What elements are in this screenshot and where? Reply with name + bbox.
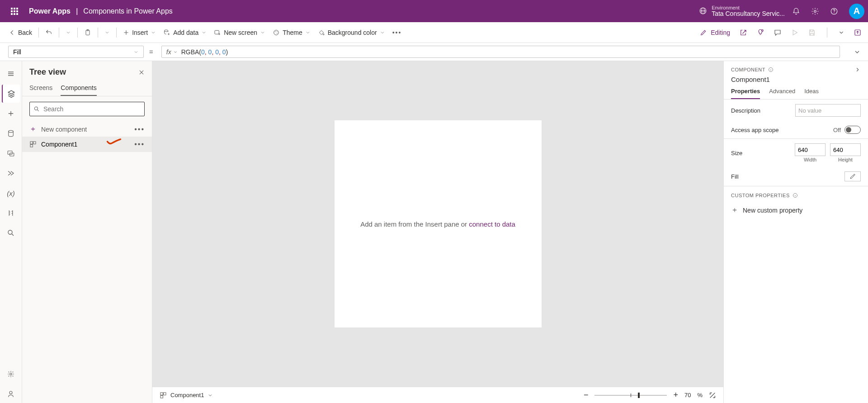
rail-data[interactable]	[2, 124, 20, 142]
access-scope-state: Off	[833, 127, 841, 133]
chevron-down-icon	[380, 30, 385, 35]
chevron-down-icon	[66, 30, 71, 35]
settings-icon[interactable]	[811, 7, 819, 15]
chevron-down-icon	[133, 49, 139, 55]
component-name: Component1	[731, 76, 861, 83]
new-component-button[interactable]: ＋ New component •••	[22, 122, 152, 137]
tab-components[interactable]: Components	[61, 81, 96, 96]
undo-button[interactable]	[42, 27, 55, 38]
height-input[interactable]	[830, 143, 861, 156]
share-icon[interactable]	[739, 28, 747, 37]
footer-component-label: Component1	[170, 392, 204, 398]
info-icon[interactable]	[768, 67, 774, 72]
database-icon	[7, 129, 15, 137]
rail-settings[interactable]	[2, 365, 20, 383]
plus-icon	[123, 29, 129, 36]
insert-button[interactable]: Insert	[120, 27, 159, 38]
canvas-viewport[interactable]: Add an item from the Insert pane or conn…	[152, 61, 723, 387]
svg-point-3	[814, 10, 816, 12]
chevron-down-icon	[854, 48, 861, 56]
tab-screens[interactable]: Screens	[29, 81, 52, 96]
formula-expand-button[interactable]	[846, 43, 868, 61]
description-label: Description	[731, 107, 791, 114]
arrow-left-icon	[9, 29, 15, 36]
overflow-button[interactable]: •••	[390, 27, 405, 38]
search-icon	[33, 106, 40, 112]
svg-point-20	[8, 230, 12, 234]
connect-data-link[interactable]: connect to data	[469, 220, 515, 228]
new-screen-button[interactable]: New screen	[211, 27, 268, 38]
publish-icon[interactable]	[854, 28, 862, 37]
app-launcher[interactable]	[4, 8, 25, 15]
tree-item-component1[interactable]: Component1 •••	[22, 137, 152, 152]
fit-to-screen-icon[interactable]	[709, 392, 716, 399]
paste-button[interactable]	[81, 27, 94, 38]
formula-text: RGBA(0, 0, 0, 0)	[181, 48, 228, 56]
rail-media[interactable]	[2, 144, 20, 162]
chevron-right-icon[interactable]	[854, 66, 861, 73]
hamburger-icon	[7, 70, 15, 78]
property-selector[interactable]: Fill	[8, 46, 144, 58]
rail-power-automate[interactable]	[2, 164, 20, 182]
undo-split[interactable]	[63, 28, 74, 37]
product-name[interactable]: Power Apps	[29, 7, 71, 15]
add-data-button[interactable]: Add data	[160, 27, 209, 38]
custom-properties-label: CUSTOM PROPERTIES	[731, 193, 790, 198]
left-rail: (x)	[0, 61, 22, 403]
info-icon[interactable]	[793, 193, 798, 198]
theme-button[interactable]: Theme	[270, 27, 313, 38]
rail-virtual-agent[interactable]	[2, 385, 20, 403]
comments-icon[interactable]	[774, 28, 782, 37]
width-label: Width	[804, 157, 816, 162]
component-canvas[interactable]: Add an item from the Insert pane or conn…	[335, 120, 542, 327]
editing-mode-button[interactable]: Editing	[700, 29, 730, 36]
svg-point-17	[9, 130, 14, 133]
rail-insert[interactable]	[2, 104, 20, 123]
width-input[interactable]	[795, 143, 826, 156]
title-separator: |	[76, 7, 78, 15]
rail-variables[interactable]: (x)	[2, 184, 20, 202]
environment-name: Tata Consultancy Servic...	[712, 10, 785, 17]
rail-hamburger[interactable]	[2, 65, 20, 83]
bg-color-label: Background color	[328, 29, 377, 36]
zoom-unit: %	[697, 392, 703, 398]
app-checker-icon[interactable]	[756, 28, 764, 37]
back-button[interactable]: Back	[6, 27, 35, 38]
tree-view-close[interactable]	[138, 69, 145, 76]
ellipsis-icon: •••	[392, 29, 402, 36]
footer-component-selector[interactable]: Component1	[160, 392, 213, 399]
environment-picker[interactable]: Environment Tata Consultancy Servic...	[699, 5, 785, 17]
props-tab-ideas[interactable]: Ideas	[804, 88, 819, 99]
insert-label: Insert	[132, 29, 148, 36]
user-avatar[interactable]: A	[849, 4, 864, 19]
zoom-slider[interactable]	[594, 395, 667, 396]
bg-color-button[interactable]: Background color	[315, 27, 388, 38]
zoom-thumb[interactable]	[638, 393, 640, 398]
zoom-in-button[interactable]: +	[673, 390, 678, 400]
props-tab-advanced[interactable]: Advanced	[769, 88, 795, 99]
tree-search-input[interactable]	[43, 105, 141, 113]
preview-icon[interactable]	[791, 28, 799, 37]
rail-advanced-tools[interactable]	[2, 204, 20, 222]
svg-rect-24	[30, 142, 33, 144]
tree-search[interactable]	[29, 102, 145, 116]
new-screen-label: New screen	[224, 29, 257, 36]
help-icon[interactable]	[830, 7, 838, 15]
paste-split[interactable]	[102, 28, 113, 37]
save-icon[interactable]	[808, 28, 816, 37]
access-scope-toggle[interactable]	[844, 126, 861, 134]
fill-color-picker[interactable]	[844, 171, 861, 181]
tree-item-more[interactable]: •••	[134, 140, 145, 148]
description-input[interactable]	[795, 104, 861, 117]
zoom-out-button[interactable]: −	[584, 390, 589, 400]
formula-bar[interactable]: fx RGBA(0, 0, 0, 0)	[161, 46, 840, 58]
svg-rect-9	[215, 30, 219, 34]
new-component-more[interactable]: •••	[134, 125, 145, 133]
new-custom-property-button[interactable]: ＋ New custom property	[724, 202, 868, 218]
rail-tree-view[interactable]	[2, 85, 20, 103]
rail-search[interactable]	[2, 224, 20, 242]
save-split-icon[interactable]	[838, 29, 844, 36]
notifications-icon[interactable]	[792, 7, 800, 15]
props-tab-properties[interactable]: Properties	[731, 88, 760, 99]
svg-point-10	[274, 30, 279, 35]
